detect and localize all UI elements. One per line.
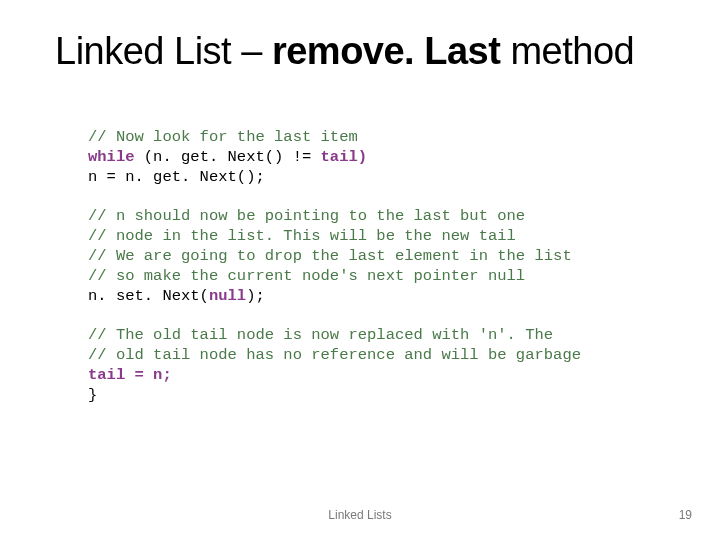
slide: Linked List – remove. Last method // Now… (0, 0, 720, 540)
footer-title: Linked Lists (0, 508, 720, 522)
code-keyword: null (209, 287, 246, 305)
code-text: ); (246, 287, 265, 305)
title-bold: remove. Last (272, 30, 500, 72)
title-pre: Linked List – (55, 30, 272, 72)
slide-title: Linked List – remove. Last method (55, 30, 680, 73)
code-line: // Now look for the last item (88, 128, 358, 146)
code-line: // n should now be pointing to the last … (88, 207, 525, 225)
page-number: 19 (679, 508, 692, 522)
title-post: method (500, 30, 634, 72)
code-line: tail = n; (88, 366, 172, 384)
code-line: // The old tail node is now replaced wit… (88, 326, 553, 344)
code-keyword: while (88, 148, 135, 166)
code-line: n = n. get. Next(); (88, 168, 265, 186)
code-line: // We are going to drop the last element… (88, 247, 572, 265)
code-line: // old tail node has no reference and wi… (88, 346, 581, 364)
code-line: } (88, 386, 97, 404)
code-keyword: tail) (321, 148, 368, 166)
code-line: // so make the current node's next point… (88, 267, 525, 285)
code-line: // node in the list. This will be the ne… (88, 227, 516, 245)
code-text: (n. get. Next() != (135, 148, 321, 166)
code-text: n. set. Next( (88, 287, 209, 305)
code-block: // Now look for the last item while (n. … (88, 128, 660, 406)
